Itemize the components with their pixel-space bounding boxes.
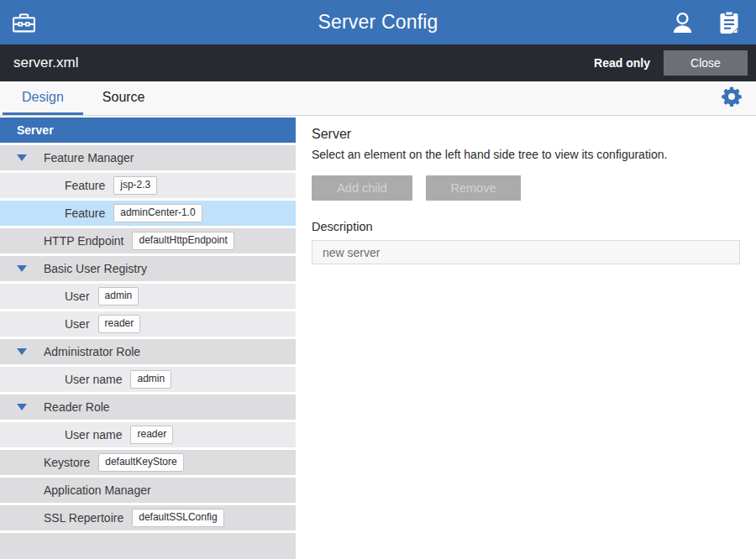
tree-item-label: Administrator Role <box>44 345 140 358</box>
user-icon[interactable] <box>671 11 694 34</box>
tree-item-label: SSL Repertoire <box>44 511 123 525</box>
tree-item-label: Feature <box>65 206 105 220</box>
close-button[interactable]: Close <box>664 50 748 76</box>
server-config-app: Server Config <box>0 0 756 559</box>
tree-item[interactable]: Application Manager <box>0 478 296 503</box>
tree-item-badge: defaultKeyStore <box>98 453 183 471</box>
tree-item-label: User name <box>65 428 122 441</box>
caret-down-icon[interactable] <box>17 265 27 272</box>
tree-item-label: Feature <box>65 179 105 192</box>
tree-item-badge: defaultSSLConfig <box>132 509 223 526</box>
tree-item-badge: reader <box>98 315 141 332</box>
tree-item-label: HTTP Endpoint <box>44 234 123 248</box>
tree-item[interactable]: User namereader <box>0 422 296 447</box>
gear-icon[interactable] <box>721 86 743 111</box>
description-label: Description <box>312 220 740 233</box>
tree-item[interactable]: Featurejsp-2.3 <box>0 173 296 198</box>
header-actions <box>671 11 739 34</box>
tree-empty-row <box>0 533 296 559</box>
tree-item[interactable]: KeystoredefaultKeyStore <box>0 450 296 475</box>
tree-item-badge: admin <box>130 370 171 388</box>
app-header: Server Config <box>0 0 756 44</box>
description-input[interactable] <box>312 240 740 264</box>
tree-item[interactable]: Reader Role <box>0 394 296 420</box>
caret-down-icon[interactable] <box>17 404 27 410</box>
tree-item-badge: admin <box>98 287 139 305</box>
config-tree: Server Feature ManagerFeaturejsp-2.3Feat… <box>0 116 296 559</box>
file-bar-actions: Read only Close <box>594 50 748 76</box>
tab-source[interactable]: Source <box>83 81 165 115</box>
tree-item-badge: reader <box>130 426 173 443</box>
tree-item-label: Application Manager <box>44 483 151 497</box>
tab-bar: Design Source <box>0 81 756 116</box>
tree-item[interactable]: HTTP EndpointdefaultHttpEndpoint <box>0 228 296 253</box>
tree-item[interactable]: Administrator Role <box>0 339 296 364</box>
tree-item-label: User <box>65 317 90 331</box>
tree-item-label: Feature Manager <box>44 151 134 165</box>
tab-design[interactable]: Design <box>3 81 83 115</box>
tree-item[interactable]: Feature Manager <box>0 145 296 170</box>
tree-item-label: User <box>65 290 90 303</box>
caret-down-icon[interactable] <box>17 348 27 355</box>
detail-panel: Server Select an element on the left han… <box>296 116 756 559</box>
detail-title: Server <box>312 127 740 142</box>
detail-actions: Add child Remove <box>312 175 740 201</box>
tree-item-label: Basic User Registry <box>44 262 147 275</box>
main-content: Server Feature ManagerFeaturejsp-2.3Feat… <box>0 116 756 559</box>
remove-button[interactable]: Remove <box>426 175 521 201</box>
tree-item-label: User name <box>65 373 122 386</box>
tree-item[interactable]: Userreader <box>0 311 296 337</box>
tree-item-badge: adminCenter-1.0 <box>113 204 202 222</box>
tree-item[interactable]: Useradmin <box>0 284 296 309</box>
tree-item[interactable]: SSL RepertoiredefaultSSLConfig <box>0 505 296 530</box>
read-only-badge: Read only <box>594 56 650 70</box>
caret-down-icon[interactable] <box>17 154 27 161</box>
tree-item-server-root[interactable]: Server <box>0 118 296 143</box>
tree-item-label: Keystore <box>44 456 90 469</box>
detail-instruction: Select an element on the left hand side … <box>312 148 740 161</box>
tree-item-label: Server <box>17 123 54 137</box>
tree-item[interactable]: User nameadmin <box>0 367 296 392</box>
file-name: server.xml <box>13 55 78 71</box>
tree-item[interactable]: FeatureadminCenter-1.0 <box>0 201 296 226</box>
clipboard-icon[interactable] <box>719 11 739 34</box>
tree-item[interactable]: Basic User Registry <box>0 256 296 281</box>
file-bar: server.xml Read only Close <box>0 44 756 81</box>
tree-item-badge: jsp-2.3 <box>113 176 157 194</box>
page-title: Server Config <box>0 11 756 34</box>
add-child-button[interactable]: Add child <box>312 175 412 201</box>
toolbox-icon[interactable] <box>12 12 36 33</box>
tree-item-label: Reader Role <box>44 400 110 414</box>
tree-item-badge: defaultHttpEndpoint <box>132 232 234 249</box>
